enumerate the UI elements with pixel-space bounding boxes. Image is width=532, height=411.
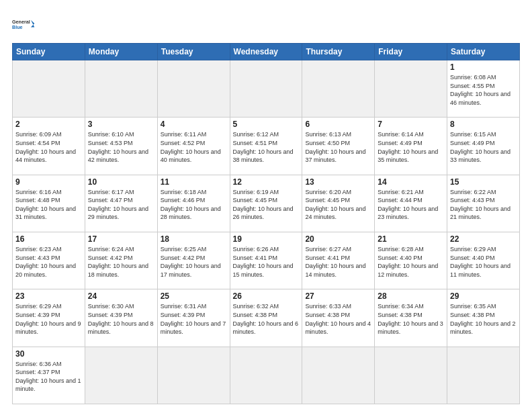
day-number: 6: [305, 120, 371, 129]
calendar-cell: [230, 347, 302, 404]
day-info: Sunrise: 6:22 AMSunset: 4:43 PMDaylight:…: [450, 188, 517, 222]
day-info: Sunrise: 6:29 AMSunset: 4:40 PMDaylight:…: [450, 245, 517, 279]
calendar-cell: [302, 60, 375, 118]
day-number: 24: [88, 291, 154, 301]
day-number: 21: [378, 234, 444, 244]
day-info: Sunrise: 6:33 AMSunset: 4:38 PMDaylight:…: [305, 302, 371, 336]
calendar-cell: [157, 347, 230, 404]
day-number: 18: [161, 234, 227, 244]
calendar-cell: 1Sunrise: 6:08 AMSunset: 4:55 PMDaylight…: [447, 60, 520, 118]
col-header-tuesday: Tuesday: [157, 44, 230, 60]
day-info: Sunrise: 6:23 AMSunset: 4:43 PMDaylight:…: [15, 245, 82, 279]
col-header-saturday: Saturday: [447, 44, 520, 60]
day-number: 5: [233, 120, 300, 129]
calendar-cell: [375, 60, 447, 118]
day-info: Sunrise: 6:35 AMSunset: 4:38 PMDaylight:…: [450, 302, 517, 336]
calendar-cell: 13Sunrise: 6:20 AMSunset: 4:45 PMDayligh…: [302, 175, 375, 232]
day-number: 14: [378, 177, 444, 187]
calendar-cell: [375, 347, 447, 404]
day-number: 28: [378, 291, 444, 301]
day-number: 25: [161, 291, 227, 301]
day-info: Sunrise: 6:34 AMSunset: 4:38 PMDaylight:…: [378, 302, 444, 336]
day-info: Sunrise: 6:26 AMSunset: 4:41 PMDaylight:…: [233, 245, 300, 279]
calendar-cell: 9Sunrise: 6:16 AMSunset: 4:48 PMDaylight…: [13, 175, 85, 232]
day-number: 26: [233, 291, 300, 301]
col-header-wednesday: Wednesday: [230, 44, 302, 60]
svg-text:Blue: Blue: [12, 24, 23, 30]
day-info: Sunrise: 6:18 AMSunset: 4:46 PMDaylight:…: [161, 188, 227, 222]
calendar-cell: 12Sunrise: 6:19 AMSunset: 4:45 PMDayligh…: [230, 175, 302, 232]
calendar-cell: 7Sunrise: 6:14 AMSunset: 4:49 PMDaylight…: [375, 118, 447, 175]
day-info: Sunrise: 6:11 AMSunset: 4:52 PMDaylight:…: [161, 130, 227, 164]
day-info: Sunrise: 6:36 AMSunset: 4:37 PMDaylight:…: [15, 360, 82, 394]
calendar-cell: [230, 60, 302, 118]
day-number: 1: [450, 62, 517, 72]
day-number: 23: [15, 291, 82, 301]
calendar-cell: [85, 347, 157, 404]
day-info: Sunrise: 6:21 AMSunset: 4:44 PMDaylight:…: [378, 188, 444, 222]
day-info: Sunrise: 6:09 AMSunset: 4:54 PMDaylight:…: [15, 130, 82, 164]
day-info: Sunrise: 6:30 AMSunset: 4:39 PMDaylight:…: [88, 302, 154, 336]
calendar-cell: 26Sunrise: 6:32 AMSunset: 4:38 PMDayligh…: [230, 289, 302, 347]
day-number: 13: [305, 177, 371, 187]
calendar-cell: 21Sunrise: 6:28 AMSunset: 4:40 PMDayligh…: [375, 232, 447, 289]
calendar-cell: 18Sunrise: 6:25 AMSunset: 4:42 PMDayligh…: [157, 232, 230, 289]
calendar-cell: 22Sunrise: 6:29 AMSunset: 4:40 PMDayligh…: [447, 232, 520, 289]
day-info: Sunrise: 6:17 AMSunset: 4:47 PMDaylight:…: [88, 188, 154, 222]
day-info: Sunrise: 6:16 AMSunset: 4:48 PMDaylight:…: [15, 188, 82, 222]
calendar-cell: 27Sunrise: 6:33 AMSunset: 4:38 PMDayligh…: [302, 289, 375, 347]
day-number: 10: [88, 177, 154, 187]
svg-marker-2: [31, 20, 34, 28]
day-info: Sunrise: 6:29 AMSunset: 4:39 PMDaylight:…: [15, 302, 82, 336]
calendar-cell: 16Sunrise: 6:23 AMSunset: 4:43 PMDayligh…: [13, 232, 85, 289]
calendar-cell: 17Sunrise: 6:24 AMSunset: 4:42 PMDayligh…: [85, 232, 157, 289]
calendar-cell: 3Sunrise: 6:10 AMSunset: 4:53 PMDaylight…: [85, 118, 157, 175]
calendar-cell: 24Sunrise: 6:30 AMSunset: 4:39 PMDayligh…: [85, 289, 157, 347]
day-number: 15: [450, 177, 517, 187]
col-header-thursday: Thursday: [302, 44, 375, 60]
calendar-cell: 5Sunrise: 6:12 AMSunset: 4:51 PMDaylight…: [230, 118, 302, 175]
logo-icon: GeneralBlue: [12, 12, 36, 36]
calendar-cell: 14Sunrise: 6:21 AMSunset: 4:44 PMDayligh…: [375, 175, 447, 232]
calendar-table: SundayMondayTuesdayWednesdayThursdayFrid…: [12, 43, 520, 404]
col-header-friday: Friday: [375, 44, 447, 60]
day-number: 30: [15, 349, 82, 359]
day-number: 17: [88, 234, 154, 244]
calendar-cell: 8Sunrise: 6:15 AMSunset: 4:49 PMDaylight…: [447, 118, 520, 175]
calendar-cell: [157, 60, 230, 118]
day-number: 7: [378, 120, 444, 129]
day-number: 8: [450, 120, 517, 129]
calendar-cell: [447, 347, 520, 404]
calendar-cell: 20Sunrise: 6:27 AMSunset: 4:41 PMDayligh…: [302, 232, 375, 289]
day-number: 12: [233, 177, 300, 187]
day-info: Sunrise: 6:31 AMSunset: 4:39 PMDaylight:…: [161, 302, 227, 336]
calendar-cell: 19Sunrise: 6:26 AMSunset: 4:41 PMDayligh…: [230, 232, 302, 289]
col-header-sunday: Sunday: [13, 44, 85, 60]
day-number: 16: [15, 234, 82, 244]
day-number: 9: [15, 177, 82, 187]
col-header-monday: Monday: [85, 44, 157, 60]
calendar-cell: 4Sunrise: 6:11 AMSunset: 4:52 PMDaylight…: [157, 118, 230, 175]
day-number: 20: [305, 234, 371, 244]
day-number: 19: [233, 234, 300, 244]
day-info: Sunrise: 6:14 AMSunset: 4:49 PMDaylight:…: [378, 130, 444, 164]
day-number: 3: [88, 120, 154, 129]
calendar-cell: 29Sunrise: 6:35 AMSunset: 4:38 PMDayligh…: [447, 289, 520, 347]
day-number: 4: [161, 120, 227, 129]
day-info: Sunrise: 6:24 AMSunset: 4:42 PMDaylight:…: [88, 245, 154, 279]
day-info: Sunrise: 6:28 AMSunset: 4:40 PMDaylight:…: [378, 245, 444, 279]
day-info: Sunrise: 6:15 AMSunset: 4:49 PMDaylight:…: [450, 130, 517, 164]
day-info: Sunrise: 6:10 AMSunset: 4:53 PMDaylight:…: [88, 130, 154, 164]
calendar-header-row: SundayMondayTuesdayWednesdayThursdayFrid…: [13, 44, 520, 60]
day-info: Sunrise: 6:08 AMSunset: 4:55 PMDaylight:…: [450, 73, 517, 107]
day-info: Sunrise: 6:12 AMSunset: 4:51 PMDaylight:…: [233, 130, 300, 164]
page: GeneralBlue SundayMondayTuesdayWednesday…: [0, 0, 532, 411]
day-info: Sunrise: 6:25 AMSunset: 4:42 PMDaylight:…: [161, 245, 227, 279]
day-number: 2: [15, 120, 82, 129]
calendar-cell: 25Sunrise: 6:31 AMSunset: 4:39 PMDayligh…: [157, 289, 230, 347]
calendar-cell: 15Sunrise: 6:22 AMSunset: 4:43 PMDayligh…: [447, 175, 520, 232]
day-info: Sunrise: 6:19 AMSunset: 4:45 PMDaylight:…: [233, 188, 300, 222]
calendar-cell: [302, 347, 375, 404]
svg-text:General: General: [12, 19, 30, 25]
logo: GeneralBlue: [12, 12, 36, 36]
